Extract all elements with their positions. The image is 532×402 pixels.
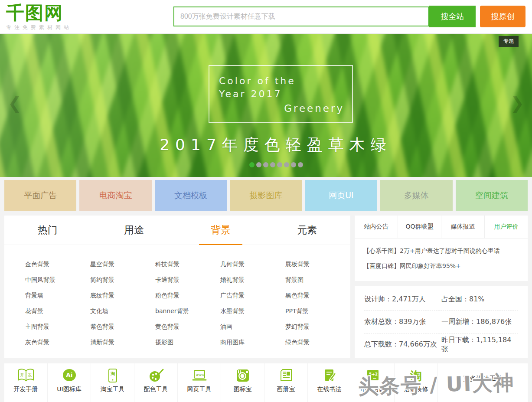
toolbar-item-label: 淘宝工具 [101,386,125,393]
tag-link[interactable]: banner背景 [155,303,220,319]
tag-link[interactable]: 绿色背景 [285,334,350,350]
carousel-dot[interactable] [277,162,282,167]
main-tab[interactable]: 热门 [4,216,91,245]
toolbar-item-label: 画册宝 [277,386,295,393]
category-button[interactable]: 摄影图库 [230,180,302,211]
carousel-dot[interactable] [256,162,261,167]
toolbar-item[interactable]: 配色工具 [134,363,178,402]
toolbar-item-label: 店铺装修 [404,386,428,393]
design-tools-bar: 开发开发手册AiUI图标库淘淘宝工具配色工具www网页工具图标宝画册宝在线书法5… [4,363,528,402]
search-input[interactable] [173,7,429,26]
tag-link[interactable]: 几何背景 [220,256,285,272]
toolbar-item[interactable]: www网页工具 [178,363,221,402]
search-original-button[interactable]: 搜原创 [480,6,525,27]
stat-right-value: 昨日下载：1,115,184张 [441,336,518,354]
category-button[interactable]: 文档模板 [155,180,227,211]
sidebar-tab[interactable]: 用户评价 [484,216,528,238]
toolbar-item-label: UI图标库 [57,386,81,393]
category-button[interactable]: 平面广告 [4,180,76,211]
sidebar-tab[interactable]: 媒体报道 [441,216,484,238]
toolbar-item[interactable]: 在线书法 [308,363,351,402]
svg-text:5+2: 5+2 [369,372,378,376]
svg-text:淘: 淘 [410,369,422,382]
announcement-item[interactable]: 【百度口碑】网民印象好评率95%+ [363,258,519,274]
sidebar-tab[interactable]: 站内公告 [355,216,398,238]
tag-panel: 热门用途背景元素 金色背景星空背景科技背景几何背景展板背景中国风背景简约背景卡通… [4,216,350,358]
tag-link[interactable]: 油画 [220,319,285,334]
tag-link[interactable]: 粉色背景 [155,288,220,303]
toolbar-item[interactable]: 图标宝 [221,363,264,402]
logo-tagline: 专注免费素材网站 [6,24,72,31]
toolbar-item-label: 在线书法 [317,386,342,393]
category-button[interactable]: 空间建筑 [456,180,528,211]
tag-link[interactable]: 摄影图 [155,334,220,350]
tag-link[interactable]: 花背景 [25,303,90,319]
tag-link[interactable]: 底纹背景 [90,288,155,303]
toolbar-item[interactable]: 5+2电商培训 [351,363,395,402]
main-tab[interactable]: 元素 [264,216,351,245]
toolbar-item[interactable]: 淘淘宝工具 [91,363,134,402]
stat-left-value: 总下载数：74,666万次 [364,340,441,349]
logo[interactable]: 千图网 专注免费素材网站 [6,3,72,31]
carousel-dot[interactable] [291,162,296,167]
tag-link[interactable]: 卡通背景 [155,272,220,288]
main-tab[interactable]: 背景 [177,216,264,245]
tag-link[interactable]: 星空背景 [90,256,155,272]
search-all-button[interactable]: 搜全站 [429,6,476,27]
more-design-tools-link[interactable]: 更多设计工具 [438,363,528,402]
content-area: 热门用途背景元素 金色背景星空背景科技背景几何背景展板背景中国风背景简约背景卡通… [4,216,528,358]
category-button[interactable]: 电商淘宝 [79,180,151,211]
carousel-dot[interactable] [270,162,275,167]
sidebar-tabs: 站内公告QQ群联盟媒体报道用户评价 [355,216,528,239]
stat-right-value: 一周新增：186,876张 [441,317,512,327]
stat-left-value: 设计师：2,471万人 [364,295,441,304]
sidebar-tab[interactable]: QQ群联盟 [398,216,441,238]
svg-text:Ai: Ai [66,372,73,379]
category-button[interactable]: 多媒体 [380,180,452,211]
carousel-dot[interactable] [263,162,268,167]
announcement-item[interactable]: 【心系千图】2万+用户表达了想对千图说的心里话 [363,243,519,258]
carousel-dot[interactable] [298,162,303,167]
tag-link[interactable]: 背景图 [285,272,350,288]
dev-manual-icon: 开发 [17,367,35,384]
toolbar-item[interactable]: 淘店铺装修 [395,363,438,402]
toolbar-item-label: 网页工具 [187,386,212,393]
toolbar-item[interactable]: 开发开发手册 [4,363,48,402]
tag-link[interactable]: 黄色背景 [155,319,220,334]
toolbar-item[interactable]: AiUI图标库 [48,363,91,402]
tag-link[interactable]: 商用图库 [220,334,285,350]
sidebar: 站内公告QQ群联盟媒体报道用户评价 【心系千图】2万+用户表达了想对千图说的心里… [355,216,528,358]
tag-link[interactable]: 清新背景 [90,334,155,350]
tag-link[interactable]: 主图背景 [25,319,90,334]
tag-link[interactable]: PPT背景 [285,303,350,319]
banner-overlay-subtitle: Greenery [284,103,344,114]
carousel-dots [249,162,303,167]
tag-link[interactable]: 灰色背景 [25,334,90,350]
topic-badge[interactable]: 专题 [499,36,519,47]
tag-link[interactable]: 背景墙 [25,288,90,303]
stat-right-value: 占全国：81% [441,295,485,304]
toolbar-item[interactable]: 画册宝 [264,363,308,402]
tag-link[interactable]: 科技背景 [155,256,220,272]
main-tab[interactable]: 用途 [91,216,178,245]
carousel-dot[interactable] [249,162,255,167]
tag-link[interactable]: 广告背景 [220,288,285,303]
svg-text:发: 发 [28,373,32,377]
toolbar-item-label: 电商培训 [361,386,385,393]
tag-link-grid: 金色背景星空背景科技背景几何背景展板背景中国风背景简约背景卡通背景婚礼背景背景图… [4,245,350,350]
category-button[interactable]: 网页UI [305,180,377,211]
tag-link[interactable]: 婚礼背景 [220,272,285,288]
tag-link[interactable]: 紫色背景 [90,319,155,334]
tag-link[interactable]: 黑色背景 [285,288,350,303]
carousel-prev-arrow-icon[interactable]: ❮ [8,94,22,113]
tag-link[interactable]: 展板背景 [285,256,350,272]
logo-text: 千图网 [6,3,72,23]
tag-link[interactable]: 文化墙 [90,303,155,319]
carousel-next-arrow-icon[interactable]: ❯ [510,94,524,113]
tag-link[interactable]: 金色背景 [25,256,90,272]
tag-link[interactable]: 简约背景 [90,272,155,288]
tag-link[interactable]: 水墨背景 [220,303,285,319]
tag-link[interactable]: 中国风背景 [25,272,90,288]
carousel-dot[interactable] [284,162,289,167]
tag-link[interactable]: 梦幻背景 [285,319,350,334]
